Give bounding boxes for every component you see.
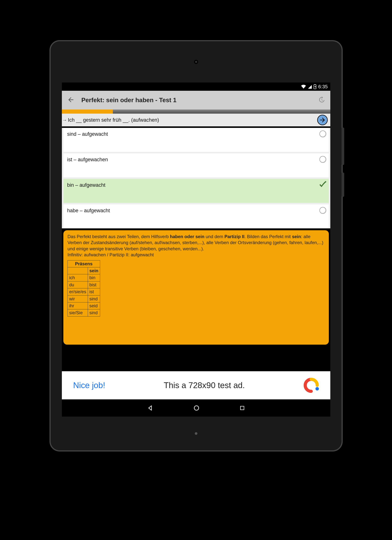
ad-banner[interactable]: Nice job! This a 728x90 test ad. bbox=[62, 371, 330, 399]
answer-option[interactable]: ist – aufgewachen bbox=[63, 153, 329, 177]
table-subhead: sein bbox=[88, 267, 100, 274]
svg-rect-1 bbox=[315, 84, 316, 85]
back-icon[interactable] bbox=[67, 96, 74, 104]
question-arrow-icon: → bbox=[62, 117, 67, 123]
checkmark-icon bbox=[318, 180, 327, 190]
answer-option[interactable]: sind – aufgewacht bbox=[63, 128, 329, 152]
table-row: sie/Siesind bbox=[68, 309, 100, 316]
answer-option-correct[interactable]: bin – aufgewacht bbox=[63, 179, 329, 203]
explanation-card: Das Perfekt besteht aus zwei Teilen, dem… bbox=[63, 230, 329, 345]
radio-unchecked-icon bbox=[319, 156, 326, 163]
answer-label: bin – aufgewacht bbox=[67, 182, 105, 188]
hw-volume[interactable] bbox=[342, 128, 344, 165]
explanation-infinitive: Infinitiv: aufwachen / Partizip II: aufg… bbox=[68, 252, 325, 258]
answer-label: ist – aufgewachen bbox=[67, 157, 108, 163]
table-row: ihrseid bbox=[68, 302, 100, 309]
bezel-bottom bbox=[51, 417, 342, 450]
question-text: Ich __ gestern sehr früh __. (aufwachen) bbox=[68, 117, 317, 123]
nav-recent-icon[interactable] bbox=[239, 405, 245, 411]
table-head: Präsens bbox=[68, 260, 100, 267]
admob-logo-icon bbox=[303, 377, 319, 393]
radio-unchecked-icon bbox=[319, 207, 326, 214]
table-row: wirsind bbox=[68, 295, 100, 302]
conjugation-table: Präsens sein ichbin dubist er/sie/esist … bbox=[68, 260, 100, 316]
screen: 6:35 Perfekt: sein oder haben - Test 1 →… bbox=[62, 82, 330, 417]
wifi-icon bbox=[301, 85, 306, 89]
bezel-top bbox=[51, 41, 342, 82]
android-navbar bbox=[62, 399, 330, 417]
progress-fill bbox=[62, 110, 113, 114]
ad-body-text: This a 728x90 test ad. bbox=[113, 381, 296, 390]
svg-point-2 bbox=[316, 387, 319, 390]
radio-unchecked-icon bbox=[319, 130, 326, 137]
tablet-frame: 6:35 Perfekt: sein oder haben - Test 1 →… bbox=[51, 41, 342, 450]
svg-rect-4 bbox=[241, 406, 244, 410]
hw-power[interactable] bbox=[342, 172, 344, 197]
arrow-right-icon bbox=[319, 116, 326, 124]
svg-point-3 bbox=[194, 406, 199, 410]
app-toolbar: Perfekt: sein oder haben - Test 1 bbox=[62, 91, 330, 110]
answers-list: sind – aufgewacht ist – aufgewachen bin … bbox=[62, 128, 330, 228]
signal-icon bbox=[308, 85, 312, 89]
table-row: dubist bbox=[68, 281, 100, 288]
ad-nice-text: Nice job! bbox=[73, 381, 105, 390]
nav-home-icon[interactable] bbox=[193, 405, 200, 411]
answer-option[interactable]: habe – aufgewacht bbox=[63, 204, 329, 228]
front-camera bbox=[194, 60, 198, 64]
status-bar: 6:35 bbox=[62, 82, 330, 91]
next-button[interactable] bbox=[317, 115, 328, 125]
progress-bar bbox=[62, 110, 330, 114]
question-row: → Ich __ gestern sehr früh __. (aufwache… bbox=[62, 114, 330, 126]
table-row: ichbin bbox=[68, 274, 100, 281]
home-indicator bbox=[195, 432, 197, 435]
answer-label: habe – aufgewacht bbox=[67, 208, 110, 214]
page-title: Perfekt: sein oder haben - Test 1 bbox=[81, 97, 311, 104]
table-row: er/sie/esist bbox=[68, 288, 100, 295]
explanation-text: Das Perfekt besteht aus zwei Teilen, dem… bbox=[68, 234, 325, 252]
battery-charging-icon bbox=[313, 84, 317, 89]
history-icon[interactable] bbox=[318, 96, 325, 104]
status-time: 6:35 bbox=[318, 84, 328, 90]
nav-back-icon[interactable] bbox=[147, 405, 154, 411]
answer-label: sind – aufgewacht bbox=[67, 131, 108, 137]
